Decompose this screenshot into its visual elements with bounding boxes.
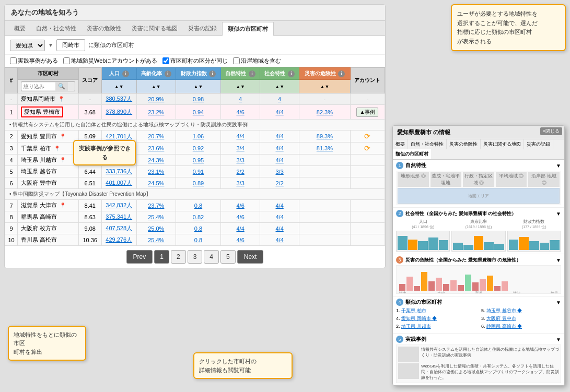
panel-tab-risk[interactable]: 災害の危険性 <box>447 139 481 149</box>
natural-info-icon[interactable]: i <box>249 70 255 77</box>
natural-link[interactable]: 3/3 <box>236 157 244 163</box>
natural-link[interactable]: 3/3 <box>236 180 244 186</box>
population-info-icon[interactable]: i <box>122 70 129 77</box>
population-link[interactable]: 333,736人 <box>106 168 132 174</box>
aging-link[interactable]: 23.7% <box>148 203 164 209</box>
next-button[interactable]: Next <box>237 250 264 264</box>
similar-city-link[interactable]: 千葉県 柏市 <box>401 308 426 313</box>
page-4-button[interactable]: 4 <box>204 250 219 264</box>
city-cell[interactable]: 千葉県 柏市 📍 <box>18 142 79 155</box>
fiscal-link[interactable]: 0.82 <box>193 214 204 220</box>
similar-city-link[interactable]: 静岡県 高崎市 ◆ <box>486 324 522 329</box>
social-link[interactable]: 4/4 <box>275 145 283 151</box>
checkbox-jissen[interactable]: 実践事例がある <box>10 57 58 65</box>
population-link[interactable]: 380,537人 <box>106 96 132 102</box>
refresh-icon[interactable]: ⟳ <box>364 132 370 140</box>
city-cell[interactable]: 埼玉県 越谷市 <box>18 166 79 177</box>
aging-link[interactable]: 20.7% <box>148 133 164 139</box>
disaster-info-icon[interactable]: i <box>338 70 345 77</box>
panel-tab-record[interactable]: 災害の記録 <box>524 139 553 149</box>
fiscal-link[interactable]: 0.94 <box>193 109 204 115</box>
city-cell[interactable]: 愛知県 豊橋市 <box>18 105 79 120</box>
checkbox-account[interactable]: 地域防災Webにアカウントがある <box>63 57 157 65</box>
page-2-button[interactable]: 2 <box>171 250 186 264</box>
panel-tab-gaiyou[interactable]: 概要 <box>393 139 408 149</box>
social-link[interactable]: 4/4 <box>275 109 283 115</box>
population-link[interactable]: 375,341人 <box>106 213 132 220</box>
aging-link[interactable]: 25.4% <box>148 237 164 243</box>
similar-city-link[interactable]: 埼玉県 川越市 <box>401 324 431 329</box>
fiscal-link[interactable]: 0.98 <box>193 96 204 102</box>
city-cell[interactable]: 大阪府 豊中市 <box>18 177 79 189</box>
fiscal-info-icon[interactable]: i <box>209 70 216 77</box>
panel-tab-map[interactable]: 災害に関する地図 <box>481 139 524 149</box>
aging-link[interactable]: 23.6% <box>148 145 164 151</box>
fiscal-link[interactable]: 0.8 <box>194 225 202 232</box>
close-panel-button[interactable]: ×閉じる <box>540 127 562 135</box>
account-cell[interactable]: ⟳ <box>350 142 385 155</box>
checkbox-coastal[interactable]: 沿岸地域を含む <box>233 57 281 65</box>
aging-link[interactable]: 24.5% <box>148 180 164 186</box>
section-3-expand[interactable]: ▼ <box>556 257 561 263</box>
aging-link[interactable]: 23.1% <box>148 169 164 175</box>
tab-disaster-record[interactable]: 災害の記録 <box>183 22 222 35</box>
panel-tab-similar[interactable]: 類似の市区町村 <box>393 149 431 159</box>
population-link[interactable]: 378,890人 <box>106 109 132 115</box>
aging-sort-icon[interactable]: ▲▼ <box>152 84 161 89</box>
prefecture-select[interactable]: 愛知県 <box>10 40 45 51</box>
page-5-button[interactable]: 5 <box>220 250 236 264</box>
city-cell[interactable]: 埼玉県 川越市 📍 <box>18 155 79 166</box>
natural-link[interactable]: 3/4 <box>236 145 244 151</box>
checkbox-coastal-input[interactable] <box>233 57 240 64</box>
aging-link[interactable]: 24.3% <box>148 157 164 163</box>
city-cell[interactable]: 群馬県 高崎市 <box>18 211 79 223</box>
tab-disaster-map[interactable]: 災害に関する地図 <box>126 22 183 35</box>
page-3-button[interactable]: 3 <box>188 250 203 264</box>
example-button[interactable]: ▲事例 <box>356 108 378 117</box>
fiscal-link[interactable]: 0.8 <box>194 203 202 209</box>
social-link[interactable]: 4/4 <box>275 157 283 163</box>
population-link[interactable]: 342,832人 <box>106 202 132 208</box>
natural-link[interactable]: 4 <box>239 96 242 102</box>
city-cell[interactable]: 香川県 高松市 <box>18 234 79 246</box>
natural-link[interactable]: 4/6 <box>236 109 244 115</box>
aging-link[interactable]: 25.4% <box>148 214 164 220</box>
disaster-sort-icon[interactable]: ▲▼ <box>320 84 329 89</box>
natural-link[interactable]: 4/6 <box>236 237 244 243</box>
aging-link[interactable]: 23.2% <box>148 109 164 115</box>
social-link[interactable]: 4/4 <box>275 203 283 209</box>
panel-tab-natural[interactable]: 自然・社会特性 <box>408 139 447 149</box>
fiscal-link[interactable]: 1.06 <box>193 133 204 139</box>
tab-disaster-risk[interactable]: 災害の危険性 <box>82 22 126 35</box>
section-4-expand[interactable]: ▼ <box>556 300 561 305</box>
fiscal-link[interactable]: 0.92 <box>193 145 204 151</box>
refresh-icon[interactable]: ⟳ <box>364 144 370 152</box>
fiscal-sort-icon[interactable]: ▲▼ <box>194 84 203 89</box>
natural-link[interactable]: 4/4 <box>236 133 244 139</box>
checkbox-jissen-input[interactable] <box>10 57 17 64</box>
highlighted-city[interactable]: 愛知県 豊橋市 <box>21 106 63 117</box>
section-2-expand[interactable]: ▼ <box>556 211 561 217</box>
population-link[interactable]: 401,007人 <box>106 180 132 186</box>
aging-info-icon[interactable]: i <box>165 70 171 77</box>
disaster-link[interactable]: 82.3% <box>317 109 333 115</box>
population-link[interactable]: 429,276人 <box>106 236 132 243</box>
social-link[interactable]: 4/4 <box>275 225 283 232</box>
natural-link[interactable]: 4/4 <box>236 225 244 232</box>
city-cell[interactable]: 愛知県岡崎市 📍 <box>18 93 79 105</box>
social-sort-icon[interactable]: ▲▼ <box>275 84 284 89</box>
tab-overview[interactable]: 概要 <box>9 22 31 35</box>
social-link[interactable]: 4/4 <box>275 214 283 220</box>
checkbox-kukubun[interactable]: 市区町村の区分が同じ <box>162 57 228 65</box>
section-5-expand[interactable]: ▼ <box>556 337 561 342</box>
tab-natural-social[interactable]: 自然・社会特性 <box>31 22 82 35</box>
city-cell[interactable]: 愛知県 豊田市 📍 <box>18 130 79 142</box>
prev-button[interactable]: Prev <box>126 250 153 264</box>
population-sort-icon[interactable]: ▲▼ <box>114 84 124 89</box>
natural-sort-icon[interactable]: ▲▼ <box>236 84 245 89</box>
social-link[interactable]: 2/2 <box>275 180 283 186</box>
page-1-button[interactable]: 1 <box>154 250 169 264</box>
social-link[interactable]: 4/4 <box>275 133 283 139</box>
city-cell[interactable]: 滋賀県 大津市 📍 <box>18 200 79 211</box>
checkbox-account-input[interactable] <box>63 57 70 64</box>
